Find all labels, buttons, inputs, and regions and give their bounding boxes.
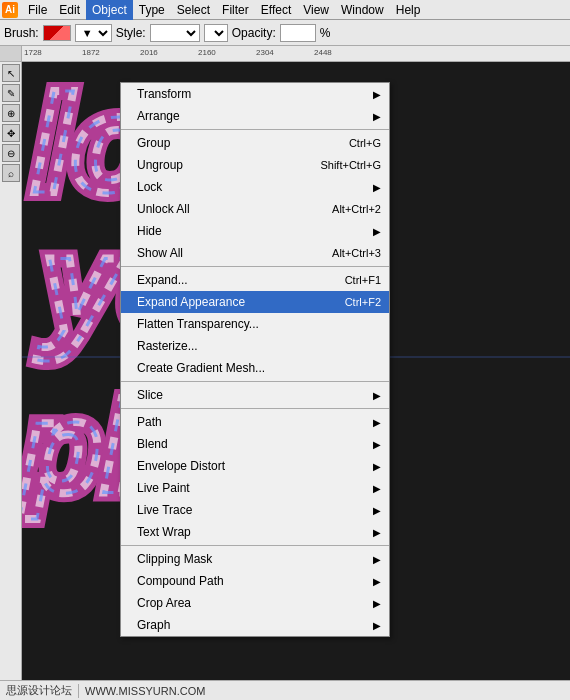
separator-4 bbox=[121, 408, 389, 409]
opacity-input[interactable]: 100 bbox=[280, 24, 316, 42]
menu-item-compound-path[interactable]: Compound Path ▶ bbox=[121, 570, 389, 592]
menubar-item-select[interactable]: Select bbox=[171, 0, 216, 20]
menubar-item-view[interactable]: View bbox=[297, 0, 335, 20]
menu-item-clipping-mask[interactable]: Clipping Mask ▶ bbox=[121, 548, 389, 570]
arrow-icon: ▶ bbox=[373, 182, 381, 193]
pen-tool-btn[interactable]: ✎ bbox=[2, 84, 20, 102]
menu-item-unlock-all[interactable]: Unlock All Alt+Ctrl+2 bbox=[121, 198, 389, 220]
move-tool-btn[interactable]: ✥ bbox=[2, 124, 20, 142]
brush-label: Brush: bbox=[4, 26, 39, 40]
arrow-icon: ▶ bbox=[373, 89, 381, 100]
toolbar: Brush: ▼ Style: ▼ Opacity: 100 % bbox=[0, 20, 570, 46]
statusbar-zoom: 思源设计论坛 bbox=[6, 683, 72, 698]
search-tool-btn[interactable]: ⌕ bbox=[2, 164, 20, 182]
left-panel: ↖ ✎ ⊕ ✥ ⊖ ⌕ bbox=[0, 62, 22, 680]
menubar-item-help[interactable]: Help bbox=[390, 0, 427, 20]
menubar-item-window[interactable]: Window bbox=[335, 0, 390, 20]
menu-item-envelope-distort[interactable]: Envelope Distort ▶ bbox=[121, 455, 389, 477]
separator-3 bbox=[121, 381, 389, 382]
menu-item-expand[interactable]: Expand... Ctrl+F1 bbox=[121, 269, 389, 291]
menu-item-arrange[interactable]: Arrange ▶ bbox=[121, 105, 389, 127]
arrow-icon: ▶ bbox=[373, 598, 381, 609]
menu-item-expand-appearance[interactable]: Expand Appearance Ctrl+F2 bbox=[121, 291, 389, 313]
menu-item-crop-area[interactable]: Crop Area ▶ bbox=[121, 592, 389, 614]
menubar-item-object[interactable]: Object bbox=[86, 0, 133, 20]
menu-item-text-wrap[interactable]: Text Wrap ▶ bbox=[121, 521, 389, 543]
separator-1 bbox=[121, 129, 389, 130]
menu-item-graph[interactable]: Graph ▶ bbox=[121, 614, 389, 636]
style-select2[interactable]: ▼ bbox=[204, 24, 228, 42]
arrow-icon: ▶ bbox=[373, 111, 381, 122]
menubar: Ai File Edit Object Type Select Filter E… bbox=[0, 0, 570, 20]
ruler-corner bbox=[0, 46, 22, 62]
menu-item-hide[interactable]: Hide ▶ bbox=[121, 220, 389, 242]
arrow-icon: ▶ bbox=[373, 620, 381, 631]
statusbar-separator bbox=[78, 684, 79, 698]
ruler-row: 1728 1872 2016 2160 2304 2448 bbox=[0, 46, 570, 62]
menubar-item-filter[interactable]: Filter bbox=[216, 0, 255, 20]
menu-item-blend[interactable]: Blend ▶ bbox=[121, 433, 389, 455]
arrow-icon: ▶ bbox=[373, 554, 381, 565]
opacity-label: Opacity: bbox=[232, 26, 276, 40]
main-area: ↖ ✎ ⊕ ✥ ⊖ ⌕ love love love yoo yoo yoo p… bbox=[0, 62, 570, 680]
menu-item-live-paint[interactable]: Live Paint ▶ bbox=[121, 477, 389, 499]
ruler-tick-1872: 1872 bbox=[82, 48, 100, 57]
ruler-tick-2304: 2304 bbox=[256, 48, 274, 57]
arrow-icon: ▶ bbox=[373, 483, 381, 494]
menu-item-path[interactable]: Path ▶ bbox=[121, 411, 389, 433]
canvas-area[interactable]: love love love yoo yoo yoo phy phy phy T… bbox=[22, 62, 570, 680]
menubar-item-type[interactable]: Type bbox=[133, 0, 171, 20]
statusbar: 思源设计论坛 WWW.MISSYURN.COM bbox=[0, 680, 570, 700]
menu-item-lock[interactable]: Lock ▶ bbox=[121, 176, 389, 198]
arrow-icon: ▶ bbox=[373, 226, 381, 237]
statusbar-url: WWW.MISSYURN.COM bbox=[85, 685, 205, 697]
menu-item-transform[interactable]: Transform ▶ bbox=[121, 83, 389, 105]
menu-item-slice[interactable]: Slice ▶ bbox=[121, 384, 389, 406]
separator-2 bbox=[121, 266, 389, 267]
percent-label: % bbox=[320, 26, 331, 40]
menubar-item-edit[interactable]: Edit bbox=[53, 0, 86, 20]
menubar-item-effect[interactable]: Effect bbox=[255, 0, 297, 20]
menu-item-show-all[interactable]: Show All Alt+Ctrl+3 bbox=[121, 242, 389, 264]
separator-5 bbox=[121, 545, 389, 546]
menu-item-rasterize[interactable]: Rasterize... bbox=[121, 335, 389, 357]
arrow-icon: ▶ bbox=[373, 439, 381, 450]
zoom-out-tool-btn[interactable]: ⊖ bbox=[2, 144, 20, 162]
zoom-tool-btn[interactable]: ⊕ bbox=[2, 104, 20, 122]
arrow-icon: ▶ bbox=[373, 527, 381, 538]
ruler-tick-1728: 1728 bbox=[24, 48, 42, 57]
arrow-icon: ▶ bbox=[373, 390, 381, 401]
arrow-icon: ▶ bbox=[373, 505, 381, 516]
ruler-horizontal: 1728 1872 2016 2160 2304 2448 bbox=[22, 46, 570, 62]
ruler-tick-2160: 2160 bbox=[198, 48, 216, 57]
menubar-item-file[interactable]: File bbox=[22, 0, 53, 20]
menu-item-ungroup[interactable]: Ungroup Shift+Ctrl+G bbox=[121, 154, 389, 176]
style-label: Style: bbox=[116, 26, 146, 40]
menu-item-live-trace[interactable]: Live Trace ▶ bbox=[121, 499, 389, 521]
menu-item-flatten-transparency[interactable]: Flatten Transparency... bbox=[121, 313, 389, 335]
menu-item-group[interactable]: Group Ctrl+G bbox=[121, 132, 389, 154]
app-icon: Ai bbox=[2, 2, 18, 18]
ruler-tick-2448: 2448 bbox=[314, 48, 332, 57]
arrow-icon: ▶ bbox=[373, 461, 381, 472]
brush-swatch[interactable] bbox=[43, 25, 71, 41]
brush-select[interactable]: ▼ bbox=[75, 24, 112, 42]
arrow-icon: ▶ bbox=[373, 417, 381, 428]
object-dropdown-menu[interactable]: Transform ▶ Arrange ▶ Group Ctrl+G Ungro… bbox=[120, 82, 390, 637]
style-select[interactable] bbox=[150, 24, 200, 42]
arrow-icon: ▶ bbox=[373, 576, 381, 587]
ruler-tick-2016: 2016 bbox=[140, 48, 158, 57]
select-tool-btn[interactable]: ↖ bbox=[2, 64, 20, 82]
menu-item-create-gradient-mesh[interactable]: Create Gradient Mesh... bbox=[121, 357, 389, 379]
